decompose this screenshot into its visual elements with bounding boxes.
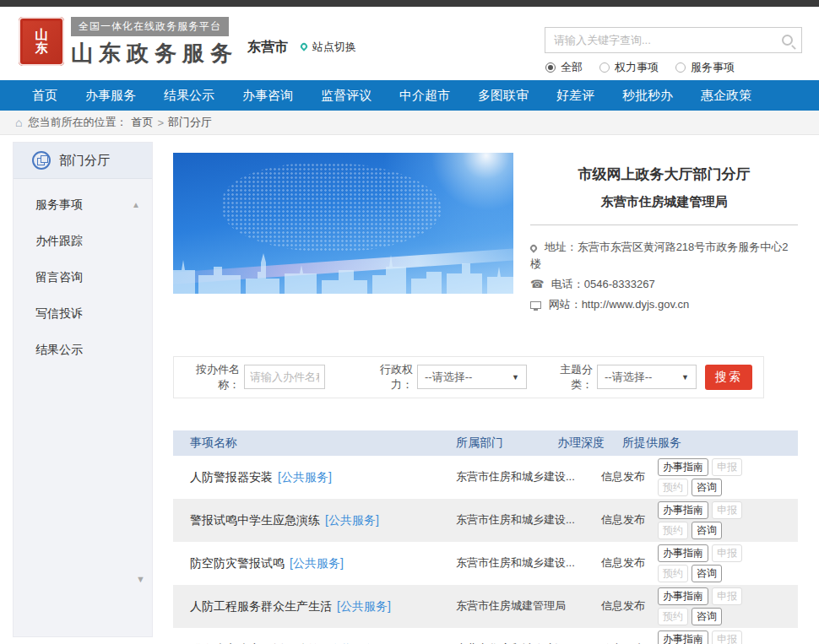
sidebar-item-办件跟踪[interactable]: 办件跟踪 xyxy=(14,227,152,255)
item-name-cell: 防空防灾警报试鸣[公共服务] xyxy=(190,551,456,576)
depth-cell: 信息发布 xyxy=(557,469,650,484)
theme-category-label: 主题分类： xyxy=(552,362,593,392)
sidebar-item-label: 服务事项 xyxy=(35,198,83,213)
search-scope-radio[interactable]: 权力事项 xyxy=(599,60,659,75)
reserve-button-disabled: 预约 xyxy=(658,565,688,582)
depth-cell: 信息发布 xyxy=(557,598,650,614)
radio-label: 权力事项 xyxy=(615,60,659,75)
search-icon[interactable] xyxy=(782,35,793,46)
breadcrumb-link-home[interactable]: 首页 xyxy=(131,115,153,130)
site-header: 山东 全国一体化在线政务服务平台 山东政务服务 东营市 站点切换 全部 权力事项… xyxy=(0,7,819,80)
guide-button[interactable]: 办事指南 xyxy=(658,630,708,644)
nav-item-首页[interactable]: 首页 xyxy=(32,88,57,104)
sidebar-item-label: 留言咨询 xyxy=(35,270,83,285)
nav-item-结果公示[interactable]: 结果公示 xyxy=(164,88,214,104)
radio-icon xyxy=(545,62,556,73)
header-item-name: 事项名称 xyxy=(190,436,456,451)
item-name-cell: 人防工程服务群众生产生活[公共服务] xyxy=(190,594,456,619)
public-service-tag[interactable]: [公共服务] xyxy=(290,556,344,570)
nav-item-好差评[interactable]: 好差评 xyxy=(556,88,594,104)
guide-button[interactable]: 办事指南 xyxy=(658,587,708,605)
dropdown-arrow-icon: ▼ xyxy=(512,373,519,382)
nav-item-中介超市[interactable]: 中介超市 xyxy=(399,88,450,104)
consult-button[interactable]: 咨询 xyxy=(692,608,722,625)
address-icon xyxy=(529,243,538,252)
main-panel: 市级网上政务大厅部门分厅 东营市住房城建管理局 地址：东营市东营区黄河路218号… xyxy=(173,135,798,644)
search-scope-radio[interactable]: 全部 xyxy=(545,60,583,75)
table-row: 警报试鸣中学生应急演练[公共服务] 东营市住房和城乡建设... 信息发布 办事指… xyxy=(173,499,798,542)
breadcrumb-prefix: 您当前所在的位置： xyxy=(28,115,127,130)
phone-icon: ☎ xyxy=(530,276,544,293)
guide-button[interactable]: 办事指南 xyxy=(658,544,708,562)
radio-icon xyxy=(599,62,610,73)
hall-title: 市级网上政务大厅部门分厅 xyxy=(530,165,798,184)
item-name-input[interactable] xyxy=(244,365,325,389)
item-name[interactable]: 防空防灾警报试鸣 xyxy=(190,556,285,570)
site-logo[interactable]: 山东 全国一体化在线政务服务平台 山东政务服务 xyxy=(19,17,238,68)
nav-item-办事咨询[interactable]: 办事咨询 xyxy=(242,88,293,104)
public-service-tag[interactable]: [公共服务] xyxy=(325,513,379,527)
reserve-button-disabled: 预约 xyxy=(658,608,688,625)
item-name-cell: 人防警报器安装[公共服务] xyxy=(190,465,456,490)
apply-button-disabled: 申报 xyxy=(712,587,742,605)
table-header: 事项名称 所属部门 办理深度 所提供服务 xyxy=(173,430,798,456)
city-skyline xyxy=(173,241,513,294)
item-name[interactable]: 警报试鸣中学生应急演练 xyxy=(190,513,320,527)
sidebar-item-label: 结果公示 xyxy=(35,343,83,358)
department-hall-icon xyxy=(32,151,51,170)
sidebar-scroll-down-icon[interactable]: ▼ xyxy=(136,574,145,584)
nav-item-多图联审[interactable]: 多图联审 xyxy=(478,88,529,104)
consult-button[interactable]: 咨询 xyxy=(692,479,722,496)
sidebar-title-department-hall[interactable]: 部门分厅 xyxy=(14,143,152,179)
website-value[interactable]: http://www.dyjs.gov.cn xyxy=(582,298,690,311)
item-name-cell: 群众防空防灾救援及演练[公共服务] xyxy=(190,637,456,644)
home-icon: ⌂ xyxy=(15,116,22,129)
location-pin-icon xyxy=(299,41,308,51)
guide-button[interactable]: 办事指南 xyxy=(658,501,708,519)
shandong-seal-logo: 山东 xyxy=(19,17,64,66)
platform-badge: 全国一体化在线政务服务平台 xyxy=(71,17,229,36)
site-title: 山东政务服务 xyxy=(71,39,238,68)
consult-button[interactable]: 咨询 xyxy=(692,565,722,582)
apply-button-disabled: 申报 xyxy=(712,544,742,562)
nav-item-秒批秒办[interactable]: 秒批秒办 xyxy=(622,88,673,104)
breadcrumb-link-current[interactable]: 部门分厅 xyxy=(168,115,212,130)
public-service-tag[interactable]: [公共服务] xyxy=(337,599,391,613)
sidebar-item-留言咨询[interactable]: 留言咨询 xyxy=(14,263,152,291)
item-name[interactable]: 人防警报器安装 xyxy=(190,470,273,484)
sidebar-item-写信投诉[interactable]: 写信投诉 xyxy=(14,300,152,327)
theme-category-select[interactable]: --请选择-- ▼ xyxy=(597,365,697,389)
keyword-search-box xyxy=(545,27,802,53)
radio-label: 服务事项 xyxy=(691,60,735,75)
collapse-arrow-icon[interactable]: ▲ xyxy=(132,200,140,209)
keyword-search-input[interactable] xyxy=(545,34,782,46)
nav-item-办事服务[interactable]: 办事服务 xyxy=(85,88,136,104)
nav-item-惠企政策[interactable]: 惠企政策 xyxy=(701,88,751,104)
department-profile: 市级网上政务大厅部门分厅 东营市住房城建管理局 地址：东营市东营区黄河路218号… xyxy=(173,153,798,314)
filter-search-button[interactable]: 搜索 xyxy=(705,365,752,390)
guide-button[interactable]: 办事指南 xyxy=(658,458,708,476)
table-row: 人防工程服务群众生产生活[公共服务] 东营市住房城建管理局 信息发布 办事指南 … xyxy=(173,585,798,628)
consult-button[interactable]: 咨询 xyxy=(692,522,722,539)
radio-icon xyxy=(675,62,686,73)
public-service-tag[interactable]: [公共服务] xyxy=(278,470,332,484)
sidebar-item-label: 办件跟踪 xyxy=(35,234,83,249)
nav-item-监督评议[interactable]: 监督评议 xyxy=(321,88,372,104)
table-row: 防空防灾警报试鸣[公共服务] 东营市住房和城乡建设... 信息发布 办事指南 申… xyxy=(173,542,798,585)
reserve-button-disabled: 预约 xyxy=(658,479,688,496)
search-scope-radio[interactable]: 服务事项 xyxy=(675,60,735,75)
services-cell: 办事指南 申报 预约 咨询 xyxy=(650,499,798,542)
item-name[interactable]: 人防工程服务群众生产生活 xyxy=(190,599,332,613)
website-line: 网站：http://www.dyjs.gov.cn xyxy=(530,296,798,313)
power-type-value: --请选择-- xyxy=(425,370,472,385)
sidebar-item-服务事项[interactable]: 服务事项 ▲ xyxy=(14,191,152,219)
table-row: 人防警报器安装[公共服务] 东营市住房和城乡建设... 信息发布 办事指南 申报… xyxy=(173,456,798,499)
sidebar-item-结果公示[interactable]: 结果公示 xyxy=(14,336,152,364)
power-type-select[interactable]: --请选择-- ▼ xyxy=(417,365,527,389)
phone-label: 电话： xyxy=(551,278,584,290)
department-cell: 东营市住房城建管理局 xyxy=(456,598,557,614)
address-label: 地址： xyxy=(545,241,578,253)
site-switch-link[interactable]: 站点切换 xyxy=(301,40,356,55)
logo-text-block: 全国一体化在线政务服务平台 山东政务服务 xyxy=(71,17,238,68)
services-cell: 办事指南 申报 预约 咨询 xyxy=(650,585,798,628)
